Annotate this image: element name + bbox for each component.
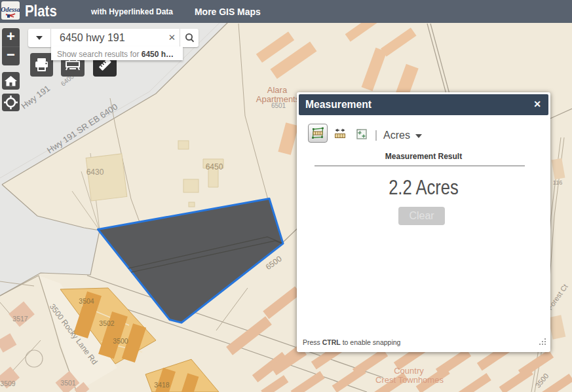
svg-text:3504: 3504 <box>79 297 94 305</box>
svg-text:6501: 6501 <box>271 102 286 109</box>
svg-text:6450: 6450 <box>206 162 223 171</box>
svg-text:116: 116 <box>553 179 562 186</box>
svg-text:3517: 3517 <box>12 315 28 323</box>
svg-text:3500: 3500 <box>113 337 128 345</box>
svg-text:Alara: Alara <box>267 85 288 95</box>
svg-text:3509: 3509 <box>0 380 16 387</box>
svg-text:Crest Townhomes: Crest Townhomes <box>375 375 444 385</box>
svg-text:Country: Country <box>394 366 424 376</box>
svg-text:6430: 6430 <box>86 168 104 177</box>
svg-text:3502: 3502 <box>99 319 115 327</box>
svg-text:3501: 3501 <box>60 379 76 387</box>
svg-text:3418: 3418 <box>154 381 170 389</box>
svg-text:Odessa: Odessa <box>1 6 20 13</box>
